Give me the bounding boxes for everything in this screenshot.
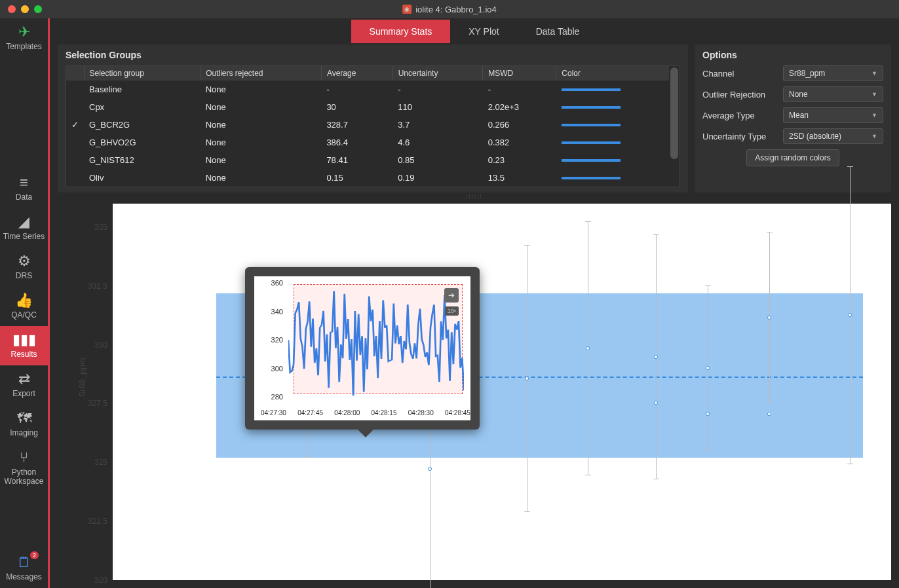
sidebar-item-label: Imaging xyxy=(10,428,38,437)
sidebar-item-label: DRS xyxy=(16,271,32,280)
color-swatch[interactable] xyxy=(562,106,621,109)
table-scrollbar[interactable] xyxy=(669,66,679,187)
y-tick: 325 xyxy=(94,458,107,467)
selection-groups-panel: Selection Groups Selection groupOutliers… xyxy=(58,45,688,193)
y-tick: 327.5 xyxy=(88,399,107,408)
sidebar-item-label: QA/QC xyxy=(11,310,37,320)
sidebar-item-label: Time Series xyxy=(3,232,45,241)
messages-icon: 🗒 xyxy=(17,554,31,571)
chevron-down-icon: ▼ xyxy=(871,91,877,98)
code-fork-icon: ⑂ xyxy=(20,449,28,466)
data-point[interactable] xyxy=(654,401,658,405)
sidebar-item-timeseries[interactable]: ◢ Time Series xyxy=(0,208,48,248)
data-point[interactable] xyxy=(767,412,771,416)
outlier-select[interactable]: None▼ xyxy=(783,86,883,102)
sidebar-item-label: Export xyxy=(12,389,35,398)
option-label: Uncertainty Type xyxy=(702,132,778,141)
chart-tooltip: 280300320340360 04:27:3004:27:4504:28:00… xyxy=(245,267,480,430)
tab-summary-stats[interactable]: Summary Stats xyxy=(351,20,451,43)
sidebar-item-drs[interactable]: ⚙ DRS xyxy=(0,248,48,287)
sidebar-item-export[interactable]: ⇄ Export xyxy=(0,365,48,405)
thumbs-up-icon: 👍 xyxy=(15,292,33,309)
column-header[interactable]: Uncertainty xyxy=(392,66,483,81)
send-icon: ✈ xyxy=(18,24,30,41)
chevron-down-icon: ▼ xyxy=(871,133,877,139)
column-header[interactable]: Average xyxy=(321,66,392,81)
sidebar-item-label: Messages xyxy=(6,572,42,581)
chart-area-icon: ◢ xyxy=(18,213,29,230)
avgtype-select[interactable]: Mean▼ xyxy=(783,107,883,123)
sidebar-item-label: Templates xyxy=(6,42,42,51)
data-point[interactable] xyxy=(586,346,590,350)
color-swatch[interactable] xyxy=(562,177,621,179)
tooltip-arrow-button[interactable]: ➔ xyxy=(444,288,459,303)
database-icon: ≡ xyxy=(20,174,28,191)
sidebar-item-label: Python Workspace xyxy=(0,468,48,487)
mini-chart: 280300320340360 04:27:3004:27:4504:28:00… xyxy=(254,276,470,420)
option-label: Average Type xyxy=(702,111,778,120)
unctype-select[interactable]: 2SD (absolute)▼ xyxy=(783,128,883,144)
sidebar-item-label: Data xyxy=(16,193,32,202)
y-tick: 320 xyxy=(94,576,107,585)
app-icon: ◉ xyxy=(402,5,411,14)
color-swatch[interactable] xyxy=(562,141,621,144)
color-swatch[interactable] xyxy=(562,124,621,126)
messages-badge: 2 xyxy=(30,551,39,559)
bar-chart-icon: ▮▮▮ xyxy=(12,331,36,348)
sidebar-item-python[interactable]: ⑂ Python Workspace xyxy=(0,444,48,493)
table-row[interactable]: CpxNone301102.02e+3 xyxy=(66,98,679,116)
table-row[interactable]: G_NIST612None78.410.850.23 xyxy=(66,151,679,169)
y-tick: 332.5 xyxy=(88,282,107,291)
column-header[interactable]: MSWD xyxy=(483,66,556,81)
sidebar-item-qaqc[interactable]: 👍 QA/QC xyxy=(0,287,48,326)
map-icon: 🗺 xyxy=(17,410,31,427)
tab-xy-plot[interactable]: XY Plot xyxy=(450,20,517,43)
data-point[interactable] xyxy=(428,467,432,471)
option-label: Outlier Rejection xyxy=(702,90,778,100)
data-point[interactable] xyxy=(706,412,710,416)
window-title: iolite 4: Gabbro_1.io4 xyxy=(415,5,497,14)
window-minimize[interactable] xyxy=(21,5,29,13)
selection-table[interactable]: Selection groupOutliers rejectedAverageU… xyxy=(66,65,680,187)
data-point[interactable] xyxy=(654,355,658,359)
table-row[interactable]: BaselineNone--- xyxy=(66,81,679,98)
table-row[interactable]: ✓G_BCR2GNone328.73.70.266 xyxy=(66,116,679,134)
chevron-down-icon: ▼ xyxy=(871,112,877,119)
color-swatch[interactable] xyxy=(562,88,621,91)
assign-colors-button[interactable]: Assign random colors xyxy=(746,149,839,166)
tabbar: Summary Stats XY Plot Data Table xyxy=(50,18,899,45)
panel-splitter[interactable]: :::::: xyxy=(50,193,899,200)
table-row[interactable]: OlivNone0.150.1913.5 xyxy=(66,169,679,187)
window-close[interactable] xyxy=(8,5,16,13)
column-header[interactable]: Outliers rejected xyxy=(201,66,322,81)
option-label: Channel xyxy=(702,69,778,79)
sidebar: ✈ Templates ≡ Data ◢ Time Series ⚙ DRS 👍… xyxy=(0,18,50,588)
tooltip-scale-badge: 10ⁿ xyxy=(445,306,459,316)
channel-select[interactable]: Sr88_ppm▼ xyxy=(783,65,883,81)
data-point[interactable] xyxy=(525,377,529,380)
table-row[interactable]: G_BHVO2GNone386.44.60.382 xyxy=(66,134,679,151)
panel-title: Selection Groups xyxy=(66,50,680,60)
sidebar-item-data[interactable]: ≡ Data xyxy=(0,169,48,208)
color-swatch[interactable] xyxy=(562,159,621,162)
y-tick: 330 xyxy=(94,340,107,350)
main-chart[interactable]: Sr88_ppm 320322.5325327.5330332.5335 280… xyxy=(113,204,891,580)
chevron-down-icon: ▼ xyxy=(871,70,877,77)
y-tick: 322.5 xyxy=(88,517,107,526)
data-point[interactable] xyxy=(706,366,710,370)
data-point[interactable] xyxy=(767,316,771,320)
exchange-icon: ⇄ xyxy=(18,371,30,388)
sidebar-item-imaging[interactable]: 🗺 Imaging xyxy=(0,405,48,444)
column-header[interactable]: Selection group xyxy=(84,66,201,81)
window-maximize[interactable] xyxy=(34,5,42,13)
tab-data-table[interactable]: Data Table xyxy=(518,20,598,43)
sidebar-item-results[interactable]: ▮▮▮ Results xyxy=(0,326,48,365)
sidebar-item-templates[interactable]: ✈ Templates xyxy=(0,18,48,58)
data-point[interactable] xyxy=(848,313,852,317)
options-panel: Options Channel Sr88_ppm▼ Outlier Reject… xyxy=(695,45,891,193)
y-tick: 335 xyxy=(94,223,107,232)
sidebar-item-label: Results xyxy=(10,350,37,359)
sidebar-item-messages[interactable]: 🗒 2 Messages xyxy=(0,549,48,588)
gear-icon: ⚙ xyxy=(18,253,31,270)
column-header[interactable]: Color xyxy=(556,66,679,81)
